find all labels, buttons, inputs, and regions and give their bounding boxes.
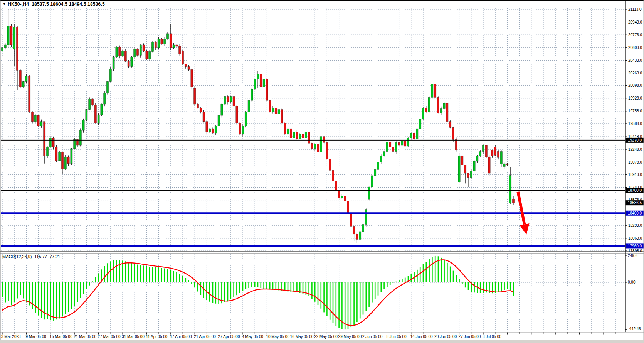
candle-bearish (260, 74, 262, 87)
candle-bullish (64, 157, 66, 169)
candle-bearish (236, 106, 238, 123)
macd-histogram-bar (14, 282, 15, 302)
candle-bullish (500, 152, 502, 164)
candle-bullish (476, 156, 478, 161)
macd-histogram-bar (348, 282, 349, 329)
candle-bearish (413, 133, 415, 139)
macd-histogram-bar (176, 272, 177, 282)
candle-bullish (166, 34, 168, 39)
candle-bullish (305, 132, 307, 138)
price-chart-canvas[interactable]: 21113.020943.020773.020603.020433.020263… (0, 0, 644, 343)
candle-bearish (494, 147, 496, 156)
candle-bullish (22, 82, 24, 87)
candle-bearish (467, 173, 469, 178)
candle-bullish (40, 122, 42, 126)
axis-separator-line (0, 332, 644, 332)
macd-histogram-bar (363, 282, 364, 314)
macd-histogram-bar (8, 282, 9, 301)
macd-histogram-bar (396, 282, 397, 282)
candle-bearish (61, 152, 63, 169)
candle-bullish (82, 120, 84, 130)
candle-bearish (326, 142, 328, 159)
macd-histogram-bar (381, 282, 382, 292)
macd-histogram-bar (426, 262, 427, 282)
candle-bearish (338, 191, 340, 198)
candle-bearish (185, 64, 187, 67)
macd-histogram-bar (212, 282, 214, 303)
price-axis-label: 18913.0 (628, 172, 642, 177)
current-price-badge-label: 18536.5 (628, 201, 642, 205)
macd-histogram-bar (131, 263, 132, 282)
candle-bullish (278, 110, 280, 114)
macd-histogram-bar (513, 282, 514, 296)
macd-histogram-bar (435, 256, 436, 282)
candle-bullish (383, 152, 385, 156)
candle-bearish (449, 122, 451, 128)
macd-histogram-bar (17, 282, 18, 298)
macd-histogram-bar (336, 282, 337, 326)
candle-bearish (434, 84, 436, 97)
macd-histogram-bar (311, 282, 313, 299)
macd-histogram-bar (119, 260, 120, 282)
candle-bearish (119, 47, 121, 56)
candle-bearish (452, 127, 454, 139)
candle-bearish (461, 156, 463, 165)
candle-bearish (284, 123, 286, 134)
candle-bearish (206, 122, 208, 132)
resistance-line[interactable] (1, 140, 625, 141)
price-axis-label: 20773.0 (628, 33, 642, 37)
resistance-line-badge-label: 19370.0 (628, 138, 642, 142)
macd-histogram-bar (140, 265, 141, 282)
macd-histogram-bar (498, 282, 499, 292)
macd-histogram-bar (203, 282, 204, 298)
candle-bearish (350, 213, 352, 226)
candle-bearish (437, 97, 439, 113)
candle-bullish (7, 26, 9, 45)
macd-histogram-bar (68, 282, 69, 312)
time-axis-label: 21 Apr 05:00 (194, 335, 216, 339)
macd-histogram-bar (459, 279, 460, 282)
macd-histogram-bar (330, 282, 331, 320)
support-line[interactable] (1, 245, 625, 247)
candle-bullish (113, 57, 114, 69)
candle-bullish (473, 161, 475, 171)
macd-histogram-bar (372, 282, 373, 303)
macd-histogram-bar (158, 267, 159, 282)
candle-bearish (188, 67, 190, 70)
macd-histogram-bar (200, 282, 202, 295)
candle-bearish (182, 51, 183, 64)
candle-bearish (344, 196, 346, 201)
candle-bullish (74, 139, 76, 148)
macd-histogram-bar (152, 267, 153, 282)
macd-histogram-bar (368, 282, 370, 307)
candle-bullish (359, 232, 361, 239)
resistance-line[interactable] (1, 190, 625, 191)
time-axis-label: 31 Mar 05:00 (122, 335, 145, 339)
macd-histogram-bar (104, 266, 105, 282)
candle-bullish (242, 126, 244, 134)
candle-bullish (401, 141, 403, 145)
macd-histogram-bar (194, 282, 195, 287)
candle-bearish (227, 96, 229, 102)
candle-bearish (404, 141, 406, 146)
macd-histogram-bar (393, 282, 394, 283)
macd-histogram-bar (263, 282, 264, 289)
candle-bearish (317, 144, 319, 152)
price-axis-label: 20603.0 (628, 46, 642, 50)
candle-bearish (91, 99, 93, 105)
candle-bullish (254, 79, 256, 89)
candle-bullish (293, 132, 295, 138)
time-axis-label: 27 Mar 05:00 (98, 335, 121, 339)
candle-bearish (29, 76, 30, 112)
macd-histogram-bar (227, 282, 229, 301)
candle-bearish (266, 79, 268, 101)
macd-histogram-bar (95, 277, 96, 282)
candle-bullish (416, 129, 418, 139)
macd-histogram-bar (218, 282, 219, 304)
support-line[interactable] (1, 212, 625, 214)
macd-histogram-bar (182, 276, 183, 282)
candle-bearish (239, 123, 241, 134)
candle-bearish (161, 39, 163, 44)
candle-bullish (164, 39, 166, 44)
macd-histogram-bar (239, 282, 240, 293)
